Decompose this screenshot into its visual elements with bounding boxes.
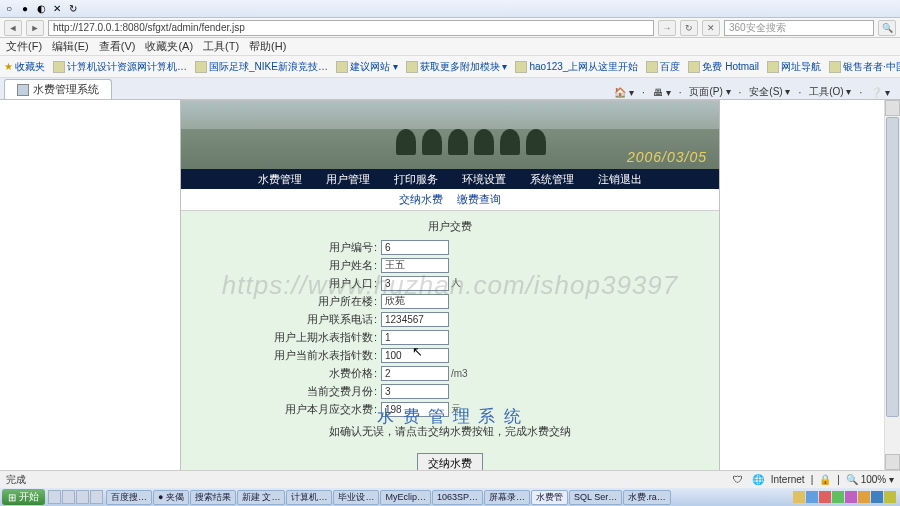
nav-back-icon[interactable]: ○ xyxy=(2,2,16,16)
browser-tab[interactable]: 水费管理系统 xyxy=(4,79,112,99)
titlebar: ○ ● ◐ ✕ ↻ xyxy=(0,0,900,18)
menu-file[interactable]: 文件(F) xyxy=(6,39,42,54)
nav-system[interactable]: 系统管理 xyxy=(530,172,574,187)
nav-env[interactable]: 环境设置 xyxy=(462,172,506,187)
tray-icon[interactable] xyxy=(793,491,805,503)
form-title: 用户交费 xyxy=(231,215,669,238)
tray-icon[interactable] xyxy=(858,491,870,503)
windows-icon: ⊞ xyxy=(8,492,16,503)
tray-icon[interactable] xyxy=(871,491,883,503)
stop-button[interactable]: ✕ xyxy=(702,20,720,36)
tray-icon[interactable] xyxy=(806,491,818,503)
help-button[interactable]: ❔ ▾ xyxy=(870,87,890,98)
footer-title: 水 费 管 理 系 统 xyxy=(10,405,890,428)
search-input[interactable]: 360安全搜索 xyxy=(724,20,874,36)
fav-link[interactable]: 银售者者·中国第一高清… xyxy=(829,60,900,74)
tab-title: 水费管理系统 xyxy=(33,82,99,97)
ql-icon[interactable] xyxy=(62,490,75,504)
favorites-button[interactable]: ★收藏夹 xyxy=(4,60,45,74)
globe-icon: 🌐 xyxy=(751,473,765,487)
task-button[interactable]: 屏幕录… xyxy=(484,490,530,505)
zoom-level[interactable]: 🔍 100% ▾ xyxy=(846,474,894,485)
back-button[interactable]: ◄ xyxy=(4,20,22,36)
scroll-down-button[interactable] xyxy=(885,454,900,470)
scroll-thumb[interactable] xyxy=(886,117,899,417)
fav-link[interactable]: 获取更多附加模块 ▾ xyxy=(406,60,508,74)
field-input[interactable] xyxy=(381,240,449,255)
task-button[interactable]: ● 夹偈 xyxy=(153,490,189,505)
fav-link[interactable]: 计算机设计资源网计算机… xyxy=(53,60,187,74)
fav-link[interactable]: 网址导航 xyxy=(767,60,821,74)
menu-favorites[interactable]: 收藏夹(A) xyxy=(145,39,193,54)
home-button[interactable]: 🏠 ▾ xyxy=(614,87,634,98)
tray-icon[interactable] xyxy=(832,491,844,503)
ql-icon[interactable] xyxy=(90,490,103,504)
nav-fee[interactable]: 水费管理 xyxy=(258,172,302,187)
fav-link[interactable]: 建议网站 ▾ xyxy=(336,60,398,74)
menu-help[interactable]: 帮助(H) xyxy=(249,39,286,54)
scrollbar[interactable] xyxy=(884,100,900,470)
field-input[interactable] xyxy=(381,258,449,273)
task-button[interactable]: 水费管 xyxy=(531,490,568,505)
safety-menu[interactable]: 安全(S) ▾ xyxy=(749,85,790,99)
task-button[interactable]: SQL Ser… xyxy=(569,490,622,505)
field-input[interactable] xyxy=(381,312,449,327)
form-row: 用户所在楼 xyxy=(231,292,669,310)
print-button[interactable]: 🖶 ▾ xyxy=(653,87,671,98)
titlebar-icons: ○ ● ◐ ✕ ↻ xyxy=(2,2,80,16)
url-input[interactable]: http://127.0.0.1:8080/sfgxt/admin/fender… xyxy=(48,20,654,36)
field-unit: 人 xyxy=(451,276,461,290)
tray-icon[interactable] xyxy=(819,491,831,503)
field-input[interactable] xyxy=(381,294,449,309)
start-button[interactable]: ⊞ 开始 xyxy=(2,489,45,505)
sublink-pay[interactable]: 交纳水费 xyxy=(399,192,443,207)
ql-icon[interactable] xyxy=(48,490,61,504)
fav-link[interactable]: 百度 xyxy=(646,60,680,74)
page-icon xyxy=(515,61,527,73)
menu-tools[interactable]: 工具(T) xyxy=(203,39,239,54)
nav-print[interactable]: 打印服务 xyxy=(394,172,438,187)
tray-icon[interactable] xyxy=(845,491,857,503)
menubar: 文件(F) 编辑(E) 查看(V) 收藏夹(A) 工具(T) 帮助(H) xyxy=(0,38,900,56)
tray-icon[interactable] xyxy=(884,491,896,503)
task-button[interactable]: MyEclip… xyxy=(380,490,431,505)
field-input[interactable] xyxy=(381,366,449,381)
task-button[interactable]: 搜索结果 xyxy=(190,490,236,505)
nav-logout[interactable]: 注销退出 xyxy=(598,172,642,187)
field-unit: /m3 xyxy=(451,368,468,379)
fav-link[interactable]: hao123_上网从这里开始 xyxy=(515,60,638,74)
ql-icon[interactable] xyxy=(76,490,89,504)
nav-user[interactable]: 用户管理 xyxy=(326,172,370,187)
menu-view[interactable]: 查看(V) xyxy=(99,39,136,54)
tools-menu[interactable]: 工具(O) ▾ xyxy=(809,85,851,99)
task-button[interactable]: 百度搜… xyxy=(106,490,152,505)
field-input[interactable] xyxy=(381,330,449,345)
go-button[interactable]: → xyxy=(658,20,676,36)
task-button[interactable]: 1063SP… xyxy=(432,490,483,505)
task-button[interactable]: 计算机… xyxy=(286,490,332,505)
field-input[interactable] xyxy=(381,384,449,399)
nav-refresh-icon[interactable]: ↻ xyxy=(66,2,80,16)
task-button[interactable]: 新建 文… xyxy=(237,490,286,505)
nav-stop-icon[interactable]: ◐ xyxy=(34,2,48,16)
scroll-up-button[interactable] xyxy=(885,100,900,116)
page-menu[interactable]: 页面(P) ▾ xyxy=(689,85,730,99)
nav-close-icon[interactable]: ✕ xyxy=(50,2,64,16)
forward-button[interactable]: ► xyxy=(26,20,44,36)
field-input[interactable] xyxy=(381,276,449,291)
submit-button[interactable]: 交纳水费 xyxy=(417,453,483,470)
fav-link[interactable]: 免费 Hotmail xyxy=(688,60,759,74)
nav-forward-icon[interactable]: ● xyxy=(18,2,32,16)
task-button[interactable]: 毕业设… xyxy=(333,490,379,505)
sublink-query[interactable]: 缴费查询 xyxy=(457,192,501,207)
search-button[interactable]: 🔍 xyxy=(878,20,896,36)
task-button[interactable]: 水费.ra… xyxy=(623,490,671,505)
main-nav: 水费管理 用户管理 打印服务 环境设置 系统管理 注销退出 xyxy=(181,169,719,189)
menu-edit[interactable]: 编辑(E) xyxy=(52,39,89,54)
banner-date: 2006/03/05 xyxy=(627,149,707,165)
refresh-button[interactable]: ↻ xyxy=(680,20,698,36)
fav-link[interactable]: 国际足球_NIKE新浪竞技… xyxy=(195,60,328,74)
form-row: 用户人口人 xyxy=(231,274,669,292)
field-label: 用户上期水表指针数 xyxy=(231,330,381,345)
field-input[interactable] xyxy=(381,348,449,363)
